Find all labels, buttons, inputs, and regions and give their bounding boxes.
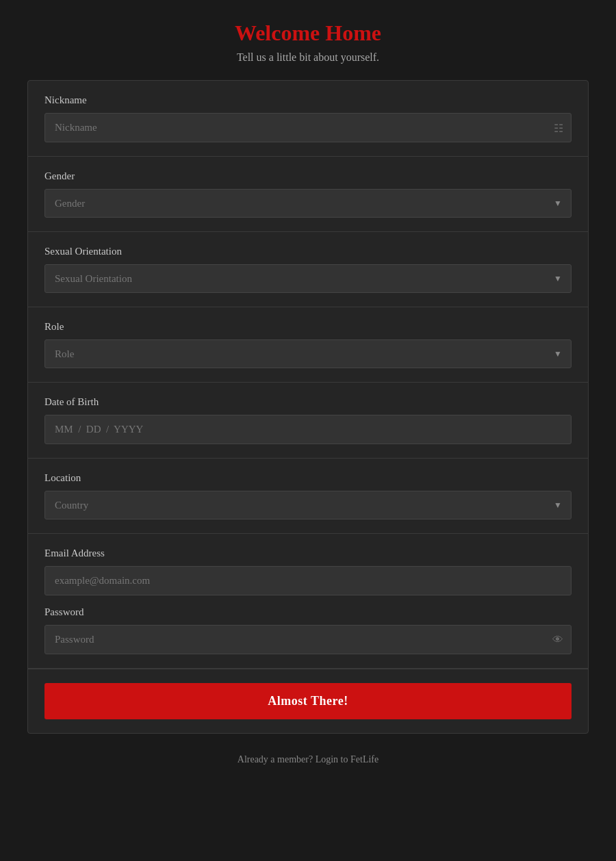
sexual-orientation-label: Sexual Orientation [44, 246, 572, 257]
footer-text: Already a member? Login to FetLife [238, 754, 378, 765]
page-header: Welcome Home Tell us a little bit about … [235, 21, 381, 64]
sexual-orientation-select-wrapper: Sexual Orientation Straight Gay Bisexual… [44, 264, 572, 293]
role-label: Role [44, 321, 572, 333]
registration-form: Nickname ☷ Gender Gender Male Female Tra… [27, 80, 589, 734]
email-input[interactable] [44, 566, 572, 595]
dob-section: Date of Birth [28, 383, 588, 459]
email-section: Email Address Password 👁 [28, 534, 588, 669]
email-label: Email Address [44, 548, 572, 559]
role-select-wrapper: Role Dominant Submissive Switch Vanilla … [44, 339, 572, 368]
sexual-orientation-select[interactable]: Sexual Orientation Straight Gay Bisexual… [44, 264, 572, 293]
role-section: Role Role Dominant Submissive Switch Van… [28, 307, 588, 383]
location-label: Location [44, 472, 572, 484]
page-title: Welcome Home [235, 21, 381, 46]
nickname-input[interactable] [44, 113, 572, 142]
password-input[interactable] [44, 625, 572, 654]
dob-label: Date of Birth [44, 396, 572, 408]
gender-label: Gender [44, 170, 572, 182]
country-select[interactable]: Country United States United Kingdom Can… [44, 491, 572, 519]
sexual-orientation-section: Sexual Orientation Sexual Orientation St… [28, 232, 588, 307]
dob-input[interactable] [44, 415, 572, 444]
nickname-section: Nickname ☷ [28, 81, 588, 157]
footer-login-text: Already a member? Login to FetLife [238, 754, 378, 764]
password-input-wrapper: 👁 [44, 625, 572, 654]
nickname-input-wrapper: ☷ [44, 113, 572, 142]
gender-section: Gender Gender Male Female Trans Male Tra… [28, 157, 588, 232]
gender-select[interactable]: Gender Male Female Trans Male Trans Fema… [44, 189, 572, 218]
page-subtitle: Tell us a little bit about yourself. [235, 51, 381, 64]
role-select[interactable]: Role Dominant Submissive Switch Vanilla … [44, 339, 572, 368]
submit-button[interactable]: Almost There! [44, 683, 572, 719]
gender-select-wrapper: Gender Male Female Trans Male Trans Fema… [44, 189, 572, 218]
submit-section: Almost There! [28, 669, 588, 733]
password-label: Password [44, 606, 572, 618]
nickname-label: Nickname [44, 94, 572, 106]
country-select-wrapper: Country United States United Kingdom Can… [44, 491, 572, 519]
location-section: Location Country United States United Ki… [28, 459, 588, 534]
